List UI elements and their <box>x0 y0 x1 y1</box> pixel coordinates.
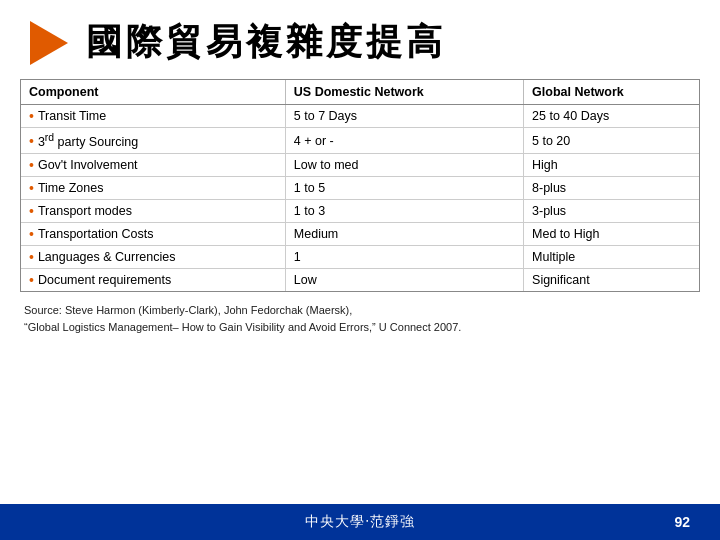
col-component: Component <box>21 80 285 105</box>
table-row: •Transit Time5 to 7 Days25 to 40 Days <box>21 105 699 128</box>
cell-component: •Gov't Involvement <box>21 154 285 177</box>
footer-page-number: 92 <box>674 514 690 530</box>
cell-component: •Languages & Currencies <box>21 246 285 269</box>
bullet-icon: • <box>29 273 34 287</box>
cell-global: 5 to 20 <box>524 128 699 154</box>
table-row: •Time Zones1 to 58-plus <box>21 177 699 200</box>
source-line1: Source: Steve Harmon (Kimberly-Clark), J… <box>24 302 696 319</box>
cell-us: 1 <box>285 246 523 269</box>
cell-component: •Transportation Costs <box>21 223 285 246</box>
table-row: •Transportation CostsMediumMed to High <box>21 223 699 246</box>
cell-component: •Document requirements <box>21 269 285 292</box>
bullet-icon: • <box>29 109 34 123</box>
source-line2: “Global Logistics Management– How to Gai… <box>24 319 696 336</box>
col-global: Global Network <box>524 80 699 105</box>
cell-global: Significant <box>524 269 699 292</box>
bullet-icon: • <box>29 134 34 148</box>
component-label: 3rd party Sourcing <box>38 132 138 149</box>
cell-us: Low <box>285 269 523 292</box>
cell-us: 1 to 5 <box>285 177 523 200</box>
component-label: Time Zones <box>38 181 104 195</box>
table-row: •Languages & Currencies1Multiple <box>21 246 699 269</box>
table-row: •Gov't InvolvementLow to medHigh <box>21 154 699 177</box>
component-label: Transit Time <box>38 109 106 123</box>
bullet-icon: • <box>29 227 34 241</box>
component-label: Transportation Costs <box>38 227 154 241</box>
slide: 國際貿易複雜度提高 Component US Domestic Network … <box>0 0 720 540</box>
col-us: US Domestic Network <box>285 80 523 105</box>
source-attribution: Source: Steve Harmon (Kimberly-Clark), J… <box>20 300 700 337</box>
bullet-icon: • <box>29 181 34 195</box>
component-label: Document requirements <box>38 273 171 287</box>
cell-us: 5 to 7 Days <box>285 105 523 128</box>
cell-us: Low to med <box>285 154 523 177</box>
cell-component: •3rd party Sourcing <box>21 128 285 154</box>
page-title: 國際貿易複雜度提高 <box>86 18 446 67</box>
cell-component: •Transport modes <box>21 200 285 223</box>
footer-bar: 中央大學‧范錚強 92 <box>0 504 720 540</box>
cell-global: 25 to 40 Days <box>524 105 699 128</box>
bullet-icon: • <box>29 158 34 172</box>
arrow-icon <box>30 21 68 65</box>
bullet-icon: • <box>29 204 34 218</box>
cell-us: Medium <box>285 223 523 246</box>
bullet-icon: • <box>29 250 34 264</box>
cell-global: High <box>524 154 699 177</box>
cell-component: •Time Zones <box>21 177 285 200</box>
header: 國際貿易複雜度提高 <box>0 0 720 79</box>
comparison-table: Component US Domestic Network Global Net… <box>21 80 699 291</box>
cell-us: 1 to 3 <box>285 200 523 223</box>
cell-global: 8-plus <box>524 177 699 200</box>
cell-global: Med to High <box>524 223 699 246</box>
content-area: Component US Domestic Network Global Net… <box>0 79 720 504</box>
component-label: Transport modes <box>38 204 132 218</box>
component-label: Gov't Involvement <box>38 158 138 172</box>
table-row: •3rd party Sourcing4 + or -5 to 20 <box>21 128 699 154</box>
component-label: Languages & Currencies <box>38 250 176 264</box>
cell-global: Multiple <box>524 246 699 269</box>
cell-component: •Transit Time <box>21 105 285 128</box>
cell-global: 3-plus <box>524 200 699 223</box>
table-row: •Transport modes1 to 33-plus <box>21 200 699 223</box>
table-row: •Document requirementsLowSignificant <box>21 269 699 292</box>
comparison-table-wrapper: Component US Domestic Network Global Net… <box>20 79 700 292</box>
table-header-row: Component US Domestic Network Global Net… <box>21 80 699 105</box>
cell-us: 4 + or - <box>285 128 523 154</box>
footer-center-text: 中央大學‧范錚強 <box>305 513 415 531</box>
